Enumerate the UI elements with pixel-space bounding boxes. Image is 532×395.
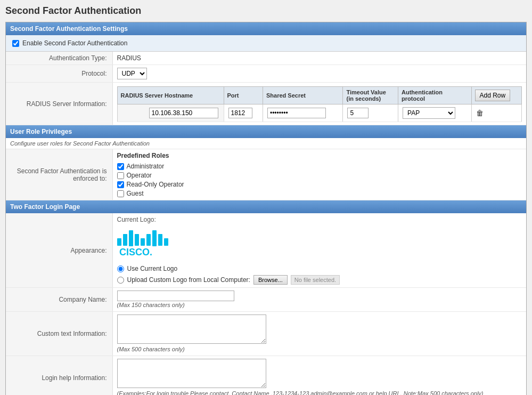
appearance-label: Appearance:: [6, 213, 112, 288]
svg-rect-0: [117, 238, 121, 246]
protocol-select[interactable]: UDP TCP: [117, 68, 147, 79]
settings-form-table: Authentication Type: RADIUS Protocol: UD…: [6, 52, 526, 125]
protocol-row: Protocol: UDP TCP: [6, 65, 526, 83]
hostname-cell: [117, 104, 224, 122]
timeout-cell: [343, 104, 398, 122]
role-readonly-checkbox[interactable]: [117, 181, 124, 188]
role-row-guest: Guest: [117, 190, 522, 197]
auth-type-row: Authentication Type: RADIUS: [6, 52, 526, 65]
role-operator-label: Operator: [127, 172, 152, 179]
login-help-label: Login help Information:: [6, 356, 112, 396]
current-logo-label: Current Logo:: [117, 216, 156, 223]
svg-rect-5: [146, 234, 151, 246]
company-name-max-text: (Max 150 characters only): [117, 302, 185, 308]
appearance-row: Appearance: Current Logo:: [6, 213, 526, 288]
role-row-administrator: Administrator: [117, 163, 522, 170]
col-shared-secret: Shared Secret: [263, 87, 343, 104]
logo-area: Current Logo:: [117, 216, 522, 285]
svg-rect-4: [141, 238, 145, 246]
enforced-row: Second Factor Authentication is enforced…: [6, 149, 526, 200]
appearance-cell: Current Logo:: [112, 213, 526, 288]
role-guest-label: Guest: [127, 190, 144, 197]
login-page-section-header: Two Factor Login Page: [6, 200, 526, 213]
radius-data-row: PAP CHAP MS-CHAP MS-CHAPv2 🗑: [117, 104, 522, 122]
role-readonly-label: Read-Only Operator: [127, 181, 184, 188]
port-input[interactable]: [228, 108, 252, 118]
user-roles-form-table: Second Factor Authentication is enforced…: [6, 149, 526, 200]
svg-rect-6: [152, 230, 157, 246]
browse-button[interactable]: Browse...: [253, 275, 288, 285]
role-administrator-label: Administrator: [127, 163, 165, 170]
protocol-cell: UDP TCP: [112, 65, 526, 83]
enable-checkbox[interactable]: [12, 40, 19, 47]
role-operator-checkbox[interactable]: [117, 172, 124, 179]
svg-rect-7: [158, 234, 162, 246]
role-row-operator: Operator: [117, 172, 522, 179]
predefined-roles-label: Predefined Roles: [117, 152, 522, 159]
role-row-readonly: Read-Only Operator: [117, 181, 522, 188]
company-name-label: Company Name:: [6, 288, 112, 312]
svg-rect-1: [123, 234, 127, 246]
radius-row: RADIUS Server Information: RADIUS Server…: [6, 83, 526, 125]
role-guest-checkbox[interactable]: [117, 190, 124, 197]
delete-row-button[interactable]: 🗑: [476, 109, 484, 117]
custom-text-max: (Max 500 characters only): [117, 346, 185, 352]
col-port: Port: [224, 87, 263, 104]
svg-text:CISCO.: CISCO.: [119, 247, 152, 257]
col-hostname: RADIUS Server Hostname: [117, 87, 224, 104]
delete-cell: 🗑: [471, 104, 522, 122]
svg-rect-3: [135, 234, 139, 246]
shared-secret-cell: [263, 104, 343, 122]
company-name-row: Company Name: (Max 150 characters only): [6, 288, 526, 312]
protocol-label: Protocol:: [6, 65, 112, 83]
col-auth-protocol: Authenticationprotocol: [398, 87, 471, 104]
add-row-button[interactable]: Add Row: [475, 90, 511, 101]
auth-protocol-cell: PAP CHAP MS-CHAP MS-CHAPv2: [398, 104, 471, 122]
login-help-cell: (Examples:For login trouble Please conta…: [112, 356, 526, 396]
auth-protocol-select[interactable]: PAP CHAP MS-CHAP MS-CHAPv2: [403, 107, 455, 119]
enable-row: Enable Second Factor Authentication: [6, 35, 526, 52]
roles-container: Predefined Roles Administrator Operator: [117, 152, 522, 197]
port-cell: [224, 104, 263, 122]
upload-custom-radio-row: Upload Custom Logo from Local Computer: …: [117, 275, 340, 285]
auth-type-label: Authentication Type:: [6, 52, 112, 65]
login-help-example: (Examples:For login trouble Please conta…: [117, 390, 484, 395]
settings-section-header: Second Factor Authentication Settings: [6, 22, 526, 35]
company-name-input[interactable]: [117, 291, 234, 301]
auth-type-value: RADIUS: [112, 52, 526, 65]
svg-rect-2: [129, 230, 133, 246]
login-help-textarea[interactable]: [117, 359, 266, 388]
timeout-input[interactable]: [347, 108, 369, 118]
radio-group: Use Current Logo Upload Custom Logo from…: [117, 265, 340, 285]
radius-table: RADIUS Server Hostname Port Shared Secre…: [117, 86, 522, 122]
roles-cell: Predefined Roles Administrator Operator: [112, 149, 526, 200]
enable-label[interactable]: Enable Second Factor Authentication: [22, 39, 127, 47]
col-add-row: Add Row: [471, 87, 522, 104]
custom-text-row: Custom text Information: (Max 500 charac…: [6, 312, 526, 356]
login-page-form-table: Appearance: Current Logo:: [6, 213, 526, 395]
use-current-radio-row: Use Current Logo: [117, 265, 340, 272]
upload-custom-label: Upload Custom Logo from Local Computer:: [127, 276, 250, 284]
radius-cell: RADIUS Server Hostname Port Shared Secre…: [112, 83, 526, 125]
radius-header-row: RADIUS Server Hostname Port Shared Secre…: [117, 87, 522, 104]
svg-rect-8: [164, 238, 168, 246]
cisco-logo: CISCO.: [117, 229, 181, 260]
page-title: Second Factor Authentication: [5, 5, 527, 17]
upload-custom-radio[interactable]: [117, 277, 124, 284]
use-current-label: Use Current Logo: [127, 265, 178, 272]
cisco-logo-svg: CISCO.: [117, 229, 181, 258]
custom-text-label: Custom text Information:: [6, 312, 112, 356]
use-current-radio[interactable]: [117, 265, 124, 272]
login-help-row: Login help Information: (Examples:For lo…: [6, 356, 526, 396]
shared-secret-input[interactable]: [267, 108, 326, 118]
custom-text-cell: (Max 500 characters only): [112, 312, 526, 356]
role-administrator-checkbox[interactable]: [117, 163, 124, 170]
configure-text: Configure user roles for Second Factor A…: [6, 138, 526, 149]
enforced-label: Second Factor Authentication is enforced…: [6, 149, 112, 200]
hostname-input[interactable]: [149, 108, 218, 118]
company-name-cell: (Max 150 characters only): [112, 288, 526, 312]
custom-text-textarea[interactable]: [117, 315, 266, 344]
no-file-text: No file selected.: [291, 275, 340, 285]
col-timeout: Timeout Value(in seconds): [343, 87, 398, 104]
radius-label: RADIUS Server Information:: [6, 83, 112, 125]
